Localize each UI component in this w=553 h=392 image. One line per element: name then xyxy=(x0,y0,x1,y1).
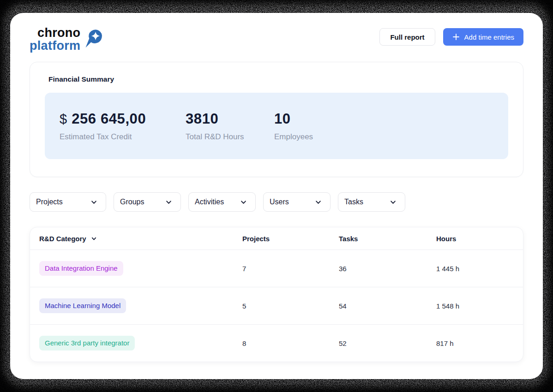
financial-summary-card: Financial Summary $ 256 645,00 Estimated… xyxy=(30,62,523,177)
filter-dropdown-label: Users xyxy=(270,198,289,206)
column-header-hours: Hours xyxy=(436,235,518,243)
filter-dropdown-tasks[interactable]: Tasks xyxy=(338,192,405,212)
stat-value: 10 xyxy=(274,111,291,127)
stat-label: Employees xyxy=(274,132,313,142)
column-header-projects: Projects xyxy=(242,235,339,243)
projects-cell: 5 xyxy=(242,302,339,310)
chevron-down-icon xyxy=(315,199,322,206)
sort-chevron-down-icon xyxy=(91,236,97,242)
logo: chrono platform xyxy=(30,27,103,52)
filter-dropdown-label: Groups xyxy=(120,198,144,206)
summary-stat: 10 Employees xyxy=(274,111,313,142)
category-badge: Data Integration Engine xyxy=(39,261,123,275)
top-bar: chrono platform Full report Add time ent… xyxy=(30,27,523,50)
column-header-category-label: R&D Category xyxy=(39,235,86,243)
filter-dropdown-groups[interactable]: Groups xyxy=(114,192,181,212)
financial-summary-panel: $ 256 645,00 Estimated Tax Credit 3810 T… xyxy=(45,93,508,159)
summary-stat: $ 256 645,00 Estimated Tax Credit xyxy=(60,111,186,142)
stat-value: 3810 xyxy=(186,111,218,127)
stat-value: 256 645,00 xyxy=(72,111,146,127)
logo-text-platform: platform xyxy=(30,40,80,53)
add-time-entries-label: Add time entries xyxy=(464,33,514,41)
logo-text-chrono: chrono xyxy=(30,27,80,40)
projects-cell: 8 xyxy=(242,339,339,347)
header-actions: Full report Add time entries xyxy=(379,28,523,46)
hours-cell: 817 h xyxy=(436,339,518,347)
filter-dropdown-label: Activities xyxy=(195,198,224,206)
hours-cell: 1 548 h xyxy=(436,302,518,310)
filter-dropdown-label: Tasks xyxy=(344,198,363,206)
rd-category-table: R&D Category Projects Tasks Hours Data I… xyxy=(30,227,523,362)
column-header-category[interactable]: R&D Category xyxy=(39,235,242,243)
table-row[interactable]: Data Integration Engine 7 36 1 445 h xyxy=(30,249,523,287)
chevron-down-icon xyxy=(390,199,397,206)
app-window: chrono platform Full report Add time ent… xyxy=(10,13,543,379)
chevron-down-icon xyxy=(240,199,247,206)
filter-bar: Projects Groups Activities Users Tasks xyxy=(30,192,523,212)
tasks-cell: 52 xyxy=(339,339,436,347)
financial-summary-title: Financial Summary xyxy=(48,75,508,83)
table-body: Data Integration Engine 7 36 1 445 h Mac… xyxy=(30,249,523,362)
tasks-cell: 36 xyxy=(339,265,436,273)
category-badge: Machine Learning Model xyxy=(39,298,126,313)
table-row[interactable]: Machine Learning Model 5 54 1 548 h xyxy=(30,287,523,324)
filter-dropdown-projects[interactable]: Projects xyxy=(30,192,106,212)
stat-label: Estimated Tax Credit xyxy=(60,132,186,142)
stat-label: Total R&D Hours xyxy=(186,132,274,142)
logo-pin-icon xyxy=(83,28,103,49)
chevron-down-icon xyxy=(165,199,172,206)
filter-dropdown-label: Projects xyxy=(36,198,63,206)
add-time-entries-button[interactable]: Add time entries xyxy=(443,28,523,46)
full-report-button[interactable]: Full report xyxy=(379,28,435,46)
chevron-down-icon xyxy=(90,199,97,206)
filter-dropdown-users[interactable]: Users xyxy=(263,192,331,212)
plus-icon xyxy=(452,33,460,41)
page-background: chrono platform Full report Add time ent… xyxy=(0,0,553,392)
table-row[interactable]: Generic 3rd party integrator 8 52 817 h xyxy=(30,324,523,362)
table-header-row: R&D Category Projects Tasks Hours xyxy=(30,227,523,249)
column-header-tasks: Tasks xyxy=(339,235,436,243)
summary-stat: 3810 Total R&D Hours xyxy=(186,111,274,142)
category-badge: Generic 3rd party integrator xyxy=(39,336,135,350)
projects-cell: 7 xyxy=(242,265,339,273)
hours-cell: 1 445 h xyxy=(436,265,518,273)
filter-dropdown-activities[interactable]: Activities xyxy=(188,192,256,212)
stat-currency-prefix: $ xyxy=(60,112,67,127)
tasks-cell: 54 xyxy=(339,302,436,310)
